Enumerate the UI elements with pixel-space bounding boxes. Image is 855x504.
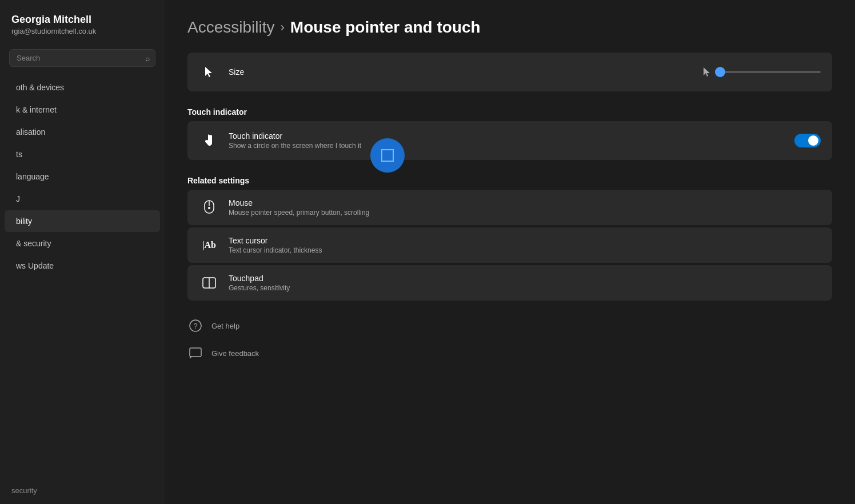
get-help-icon: ?: [187, 318, 203, 334]
size-slider[interactable]: [718, 71, 821, 73]
get-help-label: Get help: [211, 322, 239, 330]
mouse-subtitle: Mouse pointer speed, primary button, scr…: [229, 209, 821, 217]
toggle-knob: [808, 135, 818, 146]
svg-marker-0: [205, 67, 212, 77]
touch-indicator-toggle[interactable]: [794, 134, 821, 147]
mouse-icon: [199, 200, 219, 215]
give-feedback-icon: [187, 345, 203, 361]
touchpad-title: Touchpad: [229, 274, 821, 283]
text-cursor-setting-text: Text cursor Text cursor indicator, thick…: [229, 236, 821, 254]
related-settings-heading: Related settings: [187, 176, 832, 185]
text-cursor-subtitle: Text cursor indicator, thickness: [229, 246, 821, 254]
sidebar: Georgia Mitchell rgia@studiomitchell.co.…: [0, 0, 165, 504]
size-label: Size: [229, 67, 702, 77]
sidebar-item-network-internet[interactable]: k & internet: [5, 99, 160, 121]
touch-indicator-inner-circle: [381, 149, 394, 162]
touchpad-icon: [199, 277, 219, 289]
give-feedback-row[interactable]: Give feedback: [187, 339, 832, 367]
sidebar-nav: oth & devices k & internet alisation ts …: [0, 76, 165, 477]
breadcrumb: Accessibility › Mouse pointer and touch: [187, 0, 832, 53]
size-cursor-right-icon: [702, 67, 712, 77]
search-input[interactable]: [9, 49, 155, 67]
search-icon: ⌕: [145, 54, 150, 63]
touch-indicator-row: Touch indicator Show a circle on the scr…: [187, 121, 832, 160]
touch-indicator-heading: Touch indicator: [187, 107, 832, 117]
text-cursor-icon: |Ab: [199, 240, 219, 250]
touch-indicator-preview-circle: [370, 138, 405, 173]
cursor-icon: [199, 66, 219, 78]
breadcrumb-separator: ›: [280, 20, 284, 35]
sidebar-item-privacy-security[interactable]: & security: [5, 233, 160, 254]
text-cursor-title: Text cursor: [229, 236, 821, 245]
sidebar-item-apps[interactable]: ts: [5, 143, 160, 165]
security-label: security: [0, 477, 165, 504]
touchpad-setting-row[interactable]: Touchpad Gestures, sensitivity: [187, 265, 832, 301]
touch-indicator-text: Touch indicator Show a circle on the scr…: [229, 131, 794, 150]
user-name: Georgia Mitchell: [11, 14, 153, 26]
touchpad-setting-text: Touchpad Gestures, sensitivity: [229, 274, 821, 292]
get-help-row[interactable]: ? Get help: [187, 312, 832, 339]
touch-icon: [199, 133, 219, 148]
touch-indicator-subtitle: Show a circle on the screen where I touc…: [229, 142, 794, 150]
size-slider-thumb[interactable]: [715, 67, 725, 77]
size-setting-text: Size: [229, 67, 702, 77]
touchpad-subtitle: Gestures, sensitivity: [229, 284, 821, 292]
sidebar-item-windows-update[interactable]: ws Update: [5, 255, 160, 277]
search-box[interactable]: ⌕: [9, 49, 155, 67]
sidebar-item-bluetooth-devices[interactable]: oth & devices: [5, 77, 160, 98]
sidebar-item-gaming[interactable]: J: [5, 188, 160, 210]
size-setting-row: Size: [187, 53, 832, 91]
svg-text:?: ?: [193, 322, 197, 330]
touch-indicator-section: Touch indicator Touch indicator Show a c…: [187, 107, 832, 160]
related-settings-section: Related settings Mouse Mouse pointer spe…: [187, 176, 832, 301]
sidebar-user: Georgia Mitchell rgia@studiomitchell.co.…: [0, 0, 165, 45]
touch-indicator-title: Touch indicator: [229, 131, 794, 141]
svg-marker-1: [704, 67, 710, 77]
give-feedback-label: Give feedback: [211, 349, 259, 358]
main-content: Accessibility › Mouse pointer and touch …: [165, 0, 855, 504]
help-section: ? Get help Give feedback: [187, 312, 832, 367]
size-control: [702, 67, 821, 77]
sidebar-item-time-language[interactable]: language: [5, 166, 160, 187]
svg-rect-9: [190, 348, 201, 357]
sidebar-item-personalisation[interactable]: alisation: [5, 121, 160, 143]
touch-indicator-toggle-control: [794, 134, 821, 147]
mouse-setting-row[interactable]: Mouse Mouse pointer speed, primary butto…: [187, 190, 832, 225]
user-email: rgia@studiomitchell.co.uk: [11, 27, 153, 35]
sidebar-item-accessibility[interactable]: bility: [5, 210, 160, 232]
svg-point-4: [208, 207, 210, 209]
mouse-setting-text: Mouse Mouse pointer speed, primary butto…: [229, 198, 821, 217]
breadcrumb-current: Mouse pointer and touch: [290, 18, 481, 37]
svg-marker-10: [190, 357, 192, 359]
breadcrumb-parent: Accessibility: [187, 18, 274, 37]
mouse-title: Mouse: [229, 198, 821, 207]
text-cursor-setting-row[interactable]: |Ab Text cursor Text cursor indicator, t…: [187, 227, 832, 263]
